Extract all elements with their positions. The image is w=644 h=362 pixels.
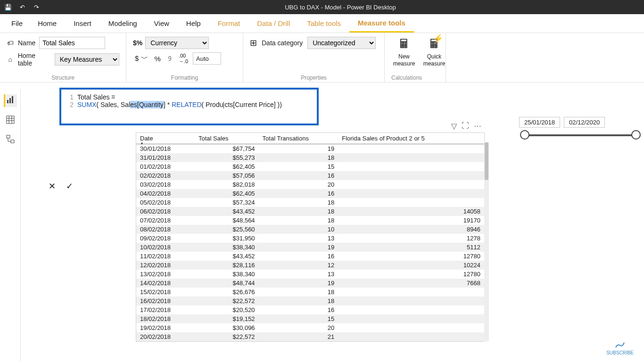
name-input[interactable] bbox=[39, 37, 105, 49]
svg-rect-3 bbox=[7, 116, 14, 123]
more-options-icon[interactable]: ⋯ bbox=[474, 122, 481, 131]
cell-florida-sales: 12780 bbox=[338, 252, 484, 261]
datacat-label: Data category bbox=[262, 39, 303, 47]
ribbon-group-calculations: 🖩 New measure 🖩⚡ Quick measure Calculati… bbox=[385, 33, 446, 82]
table-row[interactable]: 12/02/2018$28,1161210224 bbox=[136, 261, 484, 270]
table-row[interactable]: 20/02/2018$22,57221 bbox=[136, 332, 484, 341]
cell-total-transactions: 10 bbox=[259, 225, 339, 234]
table-row[interactable]: 03/02/2018$82,01820 bbox=[136, 180, 484, 189]
ribbon-group-structure: 🏷 Name ⌂ Home table Key Measures Structu… bbox=[0, 33, 126, 82]
col-florida-sales[interactable]: Florida Sales of Product 2 or 5 bbox=[338, 133, 484, 144]
ribbon-group-properties: ⊞ Data category Uncategorized Properties bbox=[243, 33, 385, 82]
quick-measure-icon: 🖩⚡ bbox=[428, 37, 440, 51]
hometable-select[interactable]: Key Measures bbox=[55, 53, 119, 66]
focus-mode-icon[interactable]: ⛶ bbox=[462, 122, 469, 131]
cell-florida-sales: 12780 bbox=[338, 270, 484, 279]
decimals-button[interactable]: .00→.0 bbox=[177, 52, 190, 65]
save-icon[interactable]: 💾 bbox=[4, 4, 12, 11]
datacat-select[interactable]: Uncategorized bbox=[307, 37, 376, 49]
cancel-formula-icon[interactable]: ✕ bbox=[47, 181, 58, 191]
table-row[interactable]: 08/02/2018$25,560108946 bbox=[136, 225, 484, 234]
menu-file[interactable]: File bbox=[8, 14, 29, 33]
slicer-end-date[interactable]: 02/12/2020 bbox=[564, 117, 605, 128]
svg-rect-0 bbox=[7, 100, 8, 103]
date-slicer[interactable]: 25/01/2018 02/12/2020 bbox=[519, 117, 642, 136]
cell-total-transactions: 20 bbox=[259, 180, 339, 189]
cell-total-transactions: 12 bbox=[259, 261, 339, 270]
hometable-label: Home table bbox=[18, 52, 51, 67]
cell-date: 04/02/2018 bbox=[136, 189, 195, 198]
quick-measure-label: Quick measure bbox=[421, 53, 447, 67]
menu-measuretools[interactable]: Measure tools bbox=[349, 14, 414, 33]
menu-format[interactable]: Format bbox=[209, 14, 249, 33]
decimals-spinner[interactable]: Auto bbox=[193, 52, 221, 65]
table-row[interactable]: 06/02/2018$43,4521814058 bbox=[136, 207, 484, 216]
cell-total-sales: $30,096 bbox=[195, 323, 259, 332]
table-row[interactable]: 15/02/2018$26,67618 bbox=[136, 288, 484, 296]
table-row[interactable]: 01/02/2018$62,40515 bbox=[136, 162, 484, 171]
report-view-icon[interactable] bbox=[4, 94, 17, 107]
cell-total-sales: $62,405 bbox=[195, 189, 259, 198]
calculator-icon: 🖩 bbox=[398, 37, 410, 51]
slicer-start-date[interactable]: 25/01/2018 bbox=[519, 117, 560, 128]
cell-date: 11/02/2018 bbox=[136, 252, 195, 261]
cell-total-transactions: 18 bbox=[259, 207, 339, 216]
menu-help[interactable]: Help bbox=[178, 14, 209, 33]
filter-icon[interactable]: ▽ bbox=[451, 122, 457, 131]
table-row[interactable]: 05/02/2018$57,32418 bbox=[136, 198, 484, 207]
format-select[interactable]: Currency bbox=[145, 37, 209, 49]
undo-icon[interactable]: ↶ bbox=[18, 4, 26, 11]
table-row[interactable]: 19/02/2018$30,09620 bbox=[136, 323, 484, 332]
cell-total-transactions: 18 bbox=[259, 198, 339, 207]
table-row[interactable]: 11/02/2018$43,4521612780 bbox=[136, 252, 484, 261]
view-rail bbox=[0, 89, 21, 362]
col-total-sales[interactable]: Total Sales bbox=[195, 133, 259, 144]
percent-button[interactable]: % bbox=[153, 54, 163, 64]
table-row[interactable]: 31/01/2018$55,27318 bbox=[136, 153, 484, 162]
slicer-track[interactable] bbox=[522, 134, 639, 136]
redo-icon[interactable]: ↷ bbox=[32, 4, 41, 11]
table-row[interactable]: 18/02/2018$19,15215 bbox=[136, 314, 484, 323]
svg-rect-8 bbox=[7, 135, 10, 138]
col-date[interactable]: Date bbox=[136, 133, 195, 144]
format-group-label: Formatting bbox=[133, 74, 236, 82]
cell-total-transactions: 15 bbox=[259, 162, 339, 171]
window-title: UBG to DAX - Model - Power BI Desktop bbox=[41, 4, 640, 11]
cell-total-transactions: 18 bbox=[259, 296, 339, 305]
menu-home[interactable]: Home bbox=[29, 14, 65, 33]
menu-view[interactable]: View bbox=[146, 14, 178, 33]
cell-date: 31/01/2018 bbox=[136, 153, 195, 162]
commit-formula-icon[interactable]: ✓ bbox=[64, 181, 75, 191]
cell-total-transactions: 18 bbox=[259, 288, 339, 296]
table-row[interactable]: 17/02/2018$20,52016 bbox=[136, 305, 484, 314]
new-measure-button[interactable]: 🖩 New measure bbox=[391, 37, 417, 67]
cell-total-sales: $43,452 bbox=[195, 252, 259, 261]
table-row[interactable]: 14/02/2018$48,744197668 bbox=[136, 279, 484, 288]
table-visual[interactable]: Date Total Sales Total Transations Flori… bbox=[136, 132, 485, 342]
table-row[interactable]: 13/02/2018$38,3401312780 bbox=[136, 270, 484, 279]
col-total-transactions[interactable]: Total Transations bbox=[259, 133, 339, 144]
cell-total-sales: $48,744 bbox=[195, 279, 259, 288]
cell-date: 06/02/2018 bbox=[136, 207, 195, 216]
table-row[interactable]: 07/02/2018$48,5641819170 bbox=[136, 216, 484, 225]
menu-insert[interactable]: Insert bbox=[65, 14, 100, 33]
table-row[interactable]: 10/02/2018$38,340195112 bbox=[136, 243, 484, 252]
cell-total-sales: $43,452 bbox=[195, 207, 259, 216]
currency-button[interactable]: $ ﹀ bbox=[133, 53, 150, 64]
formula-editor[interactable]: 1Total Sales = 2SUMX( Sales, Sales[Quant… bbox=[59, 88, 319, 125]
slicer-thumb-end[interactable] bbox=[631, 130, 641, 140]
data-view-icon[interactable] bbox=[4, 115, 17, 126]
table-row[interactable]: 04/02/2018$62,40516 bbox=[136, 189, 484, 198]
quick-measure-button[interactable]: 🖩⚡ Quick measure bbox=[421, 37, 447, 67]
table-scrollbar[interactable] bbox=[484, 142, 489, 341]
menu-tabletools[interactable]: Table tools bbox=[298, 14, 349, 33]
menu-datadrill[interactable]: Data / Drill bbox=[248, 14, 298, 33]
menu-modeling[interactable]: Modeling bbox=[100, 14, 146, 33]
model-view-icon[interactable] bbox=[4, 135, 17, 146]
table-row[interactable]: 30/01/2018$67,75419 bbox=[136, 144, 484, 154]
table-row[interactable]: 09/02/2018$31,950131278 bbox=[136, 234, 484, 243]
table-row[interactable]: 02/02/2018$57,05616 bbox=[136, 171, 484, 180]
comma-button[interactable]: 𝟿 bbox=[165, 53, 174, 64]
table-row[interactable]: 16/02/2018$22,57218 bbox=[136, 296, 484, 305]
slicer-thumb-start[interactable] bbox=[520, 130, 529, 140]
